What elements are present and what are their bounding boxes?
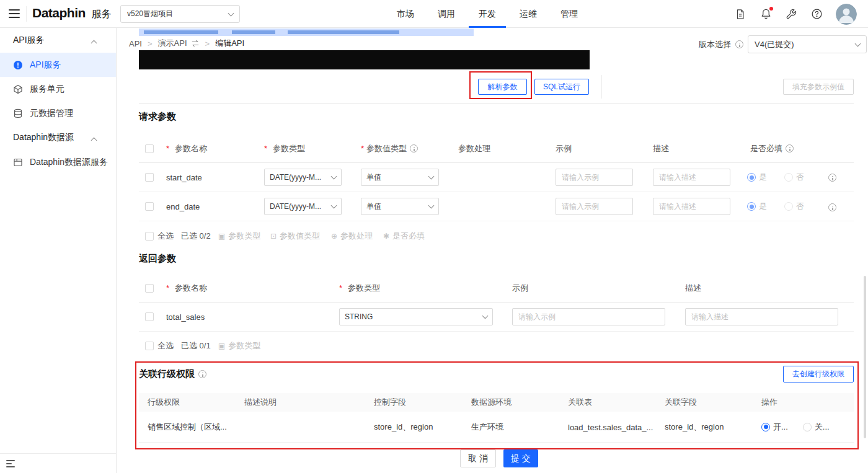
help-icon[interactable] bbox=[810, 8, 823, 20]
sidebar-item-metadata[interactable]: 元数据管理 bbox=[0, 101, 116, 125]
row-checkbox[interactable] bbox=[145, 312, 154, 321]
fill-example-button[interactable]: 填充参数示例值 bbox=[783, 79, 854, 95]
sidebar-item-service-unit[interactable]: 服务单元 bbox=[0, 77, 116, 101]
batch-param-type[interactable]: ▣ 参数类型 bbox=[218, 231, 260, 242]
breadcrumb-edit-api: 编辑API bbox=[215, 38, 244, 49]
row-checkbox[interactable] bbox=[145, 173, 154, 182]
hamburger-menu-icon[interactable] bbox=[9, 9, 20, 20]
col-related-table: 关联表 bbox=[568, 397, 592, 408]
col-control-field: 控制字段 bbox=[374, 397, 406, 408]
permission-off-label: 关... bbox=[815, 422, 830, 433]
nav-invoke[interactable]: 调用 bbox=[438, 0, 455, 28]
param-type-value: DATE(yyyy-M... bbox=[270, 173, 321, 182]
required-mark-icon: ✱ bbox=[383, 232, 389, 241]
row-checkbox[interactable] bbox=[145, 202, 154, 211]
chevron-down-icon bbox=[428, 203, 435, 209]
sidebar-group-api-service[interactable]: API服务 bbox=[0, 28, 116, 53]
row-info-icon[interactable] bbox=[828, 203, 836, 211]
required-yes-radio[interactable] bbox=[747, 202, 756, 211]
select-all-checkbox[interactable] bbox=[145, 144, 154, 153]
response-params-table: 参数名称 参数类型 示例 描述 total_sales STRING 全选 已选… bbox=[139, 274, 854, 360]
response-param-row: total_sales STRING bbox=[139, 303, 854, 332]
breadcrumb-api[interactable]: API bbox=[129, 39, 142, 48]
nav-develop[interactable]: 开发 bbox=[479, 0, 496, 28]
chevron-down-icon bbox=[228, 10, 234, 16]
selected-count: 已选 0/1 bbox=[181, 340, 211, 351]
request-params-table: 参数名称 参数类型 参数值类型 参数处理 示例 描述 是否必填 start_da… bbox=[139, 135, 854, 251]
sidebar-item-datasource-service[interactable]: Dataphin数据源服务 bbox=[0, 150, 116, 174]
sql-editor-remnant[interactable] bbox=[139, 50, 590, 69]
info-icon[interactable] bbox=[735, 40, 743, 48]
nav-market[interactable]: 市场 bbox=[397, 0, 414, 28]
create-row-permission-button[interactable]: 去创建行级权限 bbox=[783, 366, 854, 382]
cancel-button[interactable]: 取 消 bbox=[460, 449, 496, 467]
chevron-down-icon bbox=[428, 174, 435, 180]
parse-params-button[interactable]: 解析参数 bbox=[478, 79, 527, 95]
sql-editor-selection-remnant bbox=[139, 29, 474, 36]
chevron-down-icon bbox=[482, 313, 489, 319]
permission-table-header: 行级权限 描述说明 控制字段 数据源环境 关联表 关联字段 操作 bbox=[139, 393, 854, 412]
batch-param-handle-label: 参数处理 bbox=[340, 231, 373, 242]
batch-required[interactable]: ✱ 是否必填 bbox=[383, 231, 425, 242]
value-type-select[interactable]: 单值 bbox=[361, 169, 439, 186]
batch-param-type-label: 参数类型 bbox=[228, 340, 260, 351]
permission-on-radio[interactable] bbox=[761, 423, 770, 431]
col-required-label: 是否必填 bbox=[750, 143, 782, 154]
sql-test-run-button[interactable]: SQL试运行 bbox=[534, 79, 589, 95]
example-input[interactable] bbox=[556, 169, 633, 186]
desc-input[interactable] bbox=[653, 169, 730, 186]
param-name: start_date bbox=[166, 173, 202, 182]
col-desc: 描述 bbox=[653, 143, 669, 154]
desc-input[interactable] bbox=[685, 308, 838, 325]
info-icon[interactable] bbox=[786, 144, 794, 153]
select-all-label[interactable]: 全选 bbox=[157, 231, 174, 242]
sidebar-collapse-icon[interactable] bbox=[6, 460, 15, 467]
info-icon[interactable] bbox=[198, 370, 206, 378]
desc-input[interactable] bbox=[653, 198, 730, 215]
param-type-select[interactable]: DATE(yyyy-M... bbox=[264, 198, 342, 215]
info-icon[interactable] bbox=[410, 144, 418, 153]
notification-bell-icon[interactable] bbox=[760, 8, 772, 20]
batch-param-type[interactable]: ▣ 参数类型 bbox=[218, 340, 260, 351]
document-icon[interactable] bbox=[734, 8, 746, 20]
required-no-radio[interactable] bbox=[784, 202, 793, 211]
dataphin-logo[interactable]: Dataphin 服务 bbox=[32, 6, 112, 21]
breadcrumb-demo-api[interactable]: 演示API bbox=[158, 38, 187, 49]
request-table-header: 参数名称 参数类型 参数值类型 参数处理 示例 描述 是否必填 bbox=[139, 135, 854, 163]
nav-admin[interactable]: 管理 bbox=[560, 0, 578, 28]
required-no-radio[interactable] bbox=[784, 173, 793, 182]
select-all-label[interactable]: 全选 bbox=[157, 340, 174, 351]
batch-value-type[interactable]: ⊡ 参数值类型 bbox=[270, 231, 320, 242]
param-name: end_date bbox=[166, 202, 200, 211]
row-permission-title: 关联行级权限 bbox=[139, 368, 206, 380]
param-type-select[interactable]: STRING bbox=[339, 308, 493, 325]
breadcrumb: API > 演示API > 编辑API bbox=[129, 38, 244, 49]
value-type-select[interactable]: 单值 bbox=[361, 198, 439, 215]
breadcrumb-separator: > bbox=[205, 39, 210, 48]
project-select[interactable]: v520冒烟项目 bbox=[120, 5, 240, 23]
col-example: 示例 bbox=[556, 143, 572, 154]
required-yes-radio[interactable] bbox=[747, 173, 756, 182]
sidebar-item-api-service[interactable]: API服务 bbox=[0, 53, 116, 77]
vertical-scrollbar[interactable] bbox=[864, 276, 866, 438]
param-type-value: STRING bbox=[345, 312, 373, 321]
select-all-checkbox[interactable] bbox=[145, 232, 154, 241]
row-info-icon[interactable] bbox=[828, 174, 836, 182]
sidebar-group-title: Dataphin数据源 bbox=[13, 132, 74, 143]
tools-wrench-icon[interactable] bbox=[785, 8, 797, 20]
example-input[interactable] bbox=[512, 308, 665, 325]
user-avatar[interactable] bbox=[836, 4, 857, 25]
submit-button[interactable]: 提 交 bbox=[503, 449, 538, 467]
required-radio-group: 是 否 bbox=[747, 201, 804, 212]
select-all-checkbox[interactable] bbox=[145, 342, 154, 350]
nav-ops[interactable]: 运维 bbox=[520, 0, 537, 28]
batch-param-handle[interactable]: ⊕ 参数处理 bbox=[331, 231, 373, 242]
param-type-select[interactable]: DATE(yyyy-M... bbox=[264, 169, 342, 186]
example-input[interactable] bbox=[556, 198, 633, 215]
version-select[interactable]: V4(已提交) bbox=[748, 35, 867, 53]
select-all-checkbox[interactable] bbox=[145, 284, 154, 293]
sidebar-group-datasource[interactable]: Dataphin数据源 bbox=[0, 125, 116, 150]
permission-on-label: 开... bbox=[773, 422, 788, 433]
control-field: store_id、region bbox=[374, 422, 433, 433]
permission-off-radio[interactable] bbox=[803, 423, 812, 431]
